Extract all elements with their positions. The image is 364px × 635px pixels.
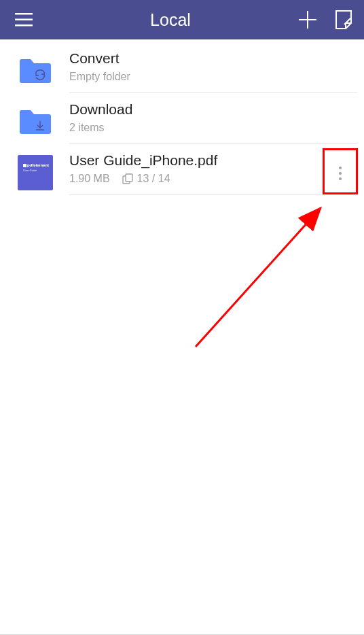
app-header: Local (0, 0, 364, 39)
pdf-sub-label: User Guide (23, 169, 37, 172)
pdf-thumbnail: pdfelement User Guide (18, 155, 53, 190)
file-list: Convert Empty folder Download 2 items (0, 39, 364, 195)
list-item[interactable]: Convert Empty folder (0, 50, 364, 93)
row-body: User Guide_iPhone.pdf 1.90 MB 13 / 14 (69, 152, 357, 195)
pages-info: 13 / 14 (122, 173, 170, 185)
list-item[interactable]: pdfelement User Guide User Guide_iPhone.… (0, 152, 364, 195)
svg-rect-1 (15, 19, 33, 21)
item-subtitle: 2 items (69, 122, 357, 134)
plus-icon (299, 11, 316, 29)
more-vertical-icon (338, 165, 342, 182)
item-title: Convert (69, 50, 357, 67)
pdf-icon: pdfelement User Guide (18, 155, 53, 190)
svg-line-14 (196, 208, 321, 347)
item-subtitle: Empty folder (69, 71, 357, 83)
svg-point-10 (339, 167, 342, 169)
page-title: Local (150, 10, 191, 30)
menu-button[interactable] (15, 13, 33, 27)
folder-icon-download (18, 104, 53, 139)
svg-point-11 (339, 172, 342, 175)
pages-count: 13 / 14 (137, 173, 170, 185)
svg-rect-2 (15, 24, 33, 27)
annotation-arrow (190, 196, 333, 352)
row-body: Download 2 items (69, 101, 357, 144)
list-item[interactable]: Download 2 items (0, 101, 364, 144)
pages-icon (122, 173, 133, 184)
folder-icon (18, 108, 52, 135)
svg-rect-4 (299, 19, 316, 20)
svg-rect-9 (126, 174, 132, 182)
item-subtitle: 1.90 MB 13 / 14 (69, 173, 357, 185)
note-edit-button[interactable] (335, 10, 352, 29)
note-edit-icon (335, 10, 352, 29)
svg-point-12 (339, 177, 342, 180)
folder-icon-convert (18, 53, 53, 88)
row-body: Convert Empty folder (69, 50, 357, 93)
pdf-brand-label: pdfelement (23, 163, 49, 167)
folder-icon (18, 57, 52, 84)
more-options-button[interactable] (323, 153, 357, 194)
menu-icon (15, 13, 33, 27)
add-button[interactable] (299, 11, 316, 29)
item-title: Download (69, 101, 357, 118)
item-title: User Guide_iPhone.pdf (69, 152, 357, 169)
file-size: 1.90 MB (69, 173, 110, 185)
svg-rect-0 (15, 13, 33, 15)
